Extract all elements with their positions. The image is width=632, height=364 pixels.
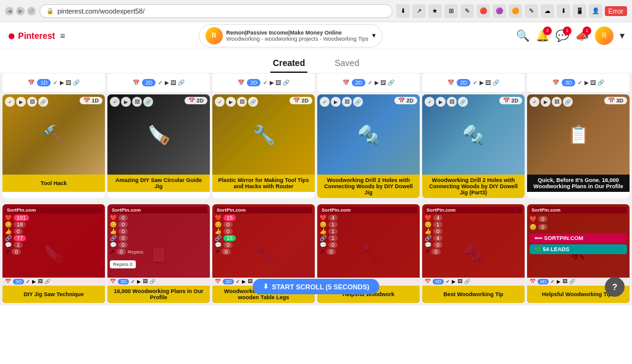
search-button[interactable]: 🔍: [516, 29, 530, 43]
pin-title-drill-holes-part3: Woodworking Drill 2 Holes with Connectin…: [422, 175, 525, 198]
back-button[interactable]: ◀: [5, 7, 14, 15]
bell-button[interactable]: 📣 1: [575, 29, 589, 43]
pin-link-icon-5: 🔗: [458, 97, 468, 107]
share-icon-2: ↗: [110, 249, 115, 255]
pin-link-icon-4: 🔗: [353, 97, 363, 107]
scroll-label: START SCROLL (5 SECONDS): [272, 283, 370, 291]
pin-card-jig-saw[interactable]: 🪚 SortPin.com ❤️ 101 😊 18 👍 0: [2, 204, 105, 303]
pin-image-icon-3: 🖼: [237, 97, 247, 107]
link-count-5: 4: [433, 235, 443, 241]
share-count-3: 0: [222, 249, 231, 255]
smile-icon-3: 😊: [215, 221, 222, 228]
bottom-icon-cal-3: 📅: [215, 279, 221, 284]
start-scroll-button[interactable]: ⬇ START SCROLL (5 SECONDS): [253, 279, 380, 294]
smile-count-2: 0: [118, 221, 128, 228]
bottom-verify-2: ✓: [131, 279, 135, 284]
pin-title-mirror-router: Plastic Mirror for Making Tool Tips and …: [212, 175, 315, 192]
share-count-4: 0: [326, 249, 336, 255]
pinterest-header: ● Pinterest ≡ R Remon|Passive Income|Mak…: [0, 22, 632, 49]
bottom-icon-cal-1: 📅: [5, 279, 11, 284]
browser-nav-buttons: ◀ ▶ ↺: [5, 7, 36, 15]
tab-saved[interactable]: Saved: [332, 54, 362, 73]
toolbar-btn-2[interactable]: ↗: [412, 4, 426, 18]
notifications-button[interactable]: 🔔 2: [536, 29, 549, 43]
url-bar[interactable]: 🔒 pinterest.com/woodexpert58/: [40, 4, 393, 18]
pin-verify-icon-3: ✓: [215, 97, 225, 107]
bottom-img-1: 🖼: [38, 279, 43, 284]
heart-icon-2: ❤️: [110, 215, 117, 221]
bottom-img-3: 🖼: [247, 279, 252, 284]
toolbar-btn-1[interactable]: ⬇: [396, 4, 410, 18]
pin-card-drill-holes-part3[interactable]: 🔩 📅 2D ✓ ▶ 🖼 🔗 Woodworking Drill 2 Holes…: [422, 94, 525, 198]
hamburger-menu-button[interactable]: ≡: [60, 31, 65, 41]
thumbs-count-4: 1: [328, 228, 338, 234]
thumbs-count-1: 0: [14, 228, 23, 234]
repins-label: Repins: [128, 249, 143, 255]
partial-card-3: 📅 2D ✓ ▶ 🖼 🔗: [212, 73, 315, 92]
partial-card-6: 📅 3D ✓ ▶ 🖼 🔗: [527, 73, 630, 92]
heart-count-2: 0: [118, 215, 128, 221]
browser-address-bar: ◀ ▶ ↺ 🔒 pinterest.com/woodexpert58/ ⬇ ↗ …: [0, 0, 632, 22]
toolbar-btn-3[interactable]: ★: [428, 4, 442, 18]
toolbar-btn-10[interactable]: ☁: [541, 4, 554, 18]
toolbar-btn-9[interactable]: ✎: [525, 4, 538, 18]
bottom-link-5: 🔗: [464, 279, 470, 284]
pin-card-saw-jig[interactable]: 🪚 📅 2D ✓ ▶ 🖼 🔗 Amazing DIY Saw Circular …: [107, 94, 210, 198]
cal-icon-3: 📅: [238, 80, 244, 86]
sortpin-header-1: SortPin.com: [5, 207, 102, 213]
pinterest-logo[interactable]: ● Pinterest: [7, 28, 55, 44]
pin-card-best-tip[interactable]: 🔩 SortPin.com ❤️ 4 😊 1 👍 0: [422, 204, 525, 303]
thumbs-icon-4: 👍: [320, 228, 326, 234]
pin-card-tool-hack[interactable]: 🔨 📅 1D ✓ ▶ 🖼 🔗 Tool Hack: [2, 94, 105, 198]
sortpin-leads-button[interactable]: 🌿 54 LEADS: [530, 244, 627, 254]
forward-button[interactable]: ▶: [16, 7, 25, 15]
partial-card-1: 📅 1D ✓ ▶ 🖼 🔗: [2, 73, 105, 92]
heart-icon-6: ❤️: [530, 216, 536, 222]
bottom-link-1: 🔗: [44, 279, 51, 284]
profile-name: Remon|Passive Income|Make Money Online: [227, 30, 368, 36]
refresh-button[interactable]: ↺: [27, 7, 36, 15]
heart-count-3: 15: [223, 215, 236, 221]
toolbar-btn-12[interactable]: 📱: [573, 4, 586, 18]
comment-icon-3: 💬: [215, 242, 222, 248]
comment-icon-5: 💬: [425, 242, 431, 248]
toolbar-btn-8[interactable]: 🟠: [509, 4, 522, 18]
pin-card-mirror-router[interactable]: 🔧 📅 2D ✓ ▶ 🖼 🔗 Plastic Mirror for Making…: [212, 94, 315, 198]
bottom-img-2: 🖼: [143, 279, 148, 284]
heart-count-1: 101: [14, 215, 29, 221]
help-button[interactable]: ?: [605, 277, 625, 297]
smile-count-1: 18: [14, 221, 26, 228]
pin-days-badge-2: 📅 2D: [185, 97, 207, 104]
thumbs-icon-1: 👍: [5, 228, 12, 234]
heart-icon-3: ❤️: [215, 215, 222, 221]
pinterest-logo-icon: ●: [7, 28, 15, 44]
sortpin-cta-button[interactable]: ⟸ SORTPIN.COM: [530, 233, 627, 243]
pin-card-drill-holes[interactable]: 🔩 📅 2D ✓ ▶ 🖼 🔗 Woodworking Drill 2 Holes…: [317, 94, 420, 198]
pin-video-icon-1: ▶: [16, 97, 26, 107]
pin-card-quick-plans[interactable]: 📋 📅 3D ✓ ▶ 🖼 🔗 Quick, Before It's Gone. …: [527, 94, 630, 198]
pin-title-16000-plans: 16,000 Woodworking Plans in Our Profile: [107, 286, 210, 303]
messages-button[interactable]: 💬 1: [555, 29, 569, 43]
dropdown-icon: ▾: [372, 31, 376, 39]
tab-created[interactable]: Created: [270, 54, 307, 73]
thumbs-icon-5: 👍: [425, 228, 431, 234]
more-options-button[interactable]: ▾: [620, 30, 625, 41]
comment-count-3: 0: [223, 242, 233, 248]
toolbar-btn-7[interactable]: 🟣: [493, 4, 506, 18]
smile-icon-5: 😊: [425, 221, 431, 228]
toolbar-btn-4[interactable]: ⊞: [444, 4, 458, 18]
pin-card-16000-plans[interactable]: 📋 SortPin.com ❤️ 0 😊 0 👍 0: [107, 204, 210, 303]
toolbar-btn-6[interactable]: 🔴: [476, 4, 490, 18]
sortpin-header-4: SortPin.com: [320, 207, 417, 213]
toolbar-btn-5[interactable]: ✎: [460, 4, 474, 18]
user-avatar-button[interactable]: R: [595, 27, 613, 45]
profile-avatar: R: [206, 27, 223, 44]
toolbar-btn-11[interactable]: ⬇: [557, 4, 570, 18]
cal-icon-4: 📅: [343, 80, 349, 86]
pin-days-badge-5: 📅 2D: [499, 97, 522, 104]
error-button[interactable]: Error: [605, 6, 627, 16]
toolbar-btn-13[interactable]: 👤: [589, 4, 602, 18]
thumbs-count-3: 0: [223, 228, 233, 234]
heart-icon-4: ❤️: [320, 215, 326, 221]
profile-board-selector[interactable]: R Remon|Passive Income|Make Money Online…: [199, 24, 383, 48]
